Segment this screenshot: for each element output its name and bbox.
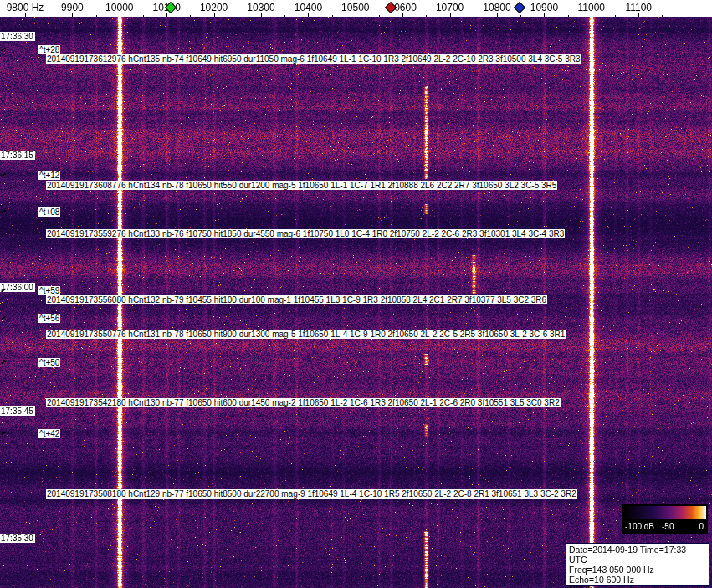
overlay-layer: 17:36:3017:36:1517:36:0017:35:4517:35:30… bbox=[0, 0, 712, 588]
detection-time-tag: ^t+28 bbox=[38, 45, 60, 54]
freq-minor-tick-mark bbox=[143, 15, 144, 17]
frequency-axis: 9800 Hz990010000101001020010300104001050… bbox=[0, 0, 712, 17]
detection-edge-tick bbox=[1, 47, 6, 51]
detection-data-line: 20140919173508180 hCnt129 nb-77 f10650 h… bbox=[46, 489, 577, 499]
freq-minor-tick-mark bbox=[284, 15, 285, 17]
freq-minor-tick-mark bbox=[379, 15, 380, 17]
freq-tick-label: 10900 bbox=[530, 2, 558, 13]
detection-edge-tick bbox=[1, 315, 6, 320]
freq-tick-label: 10800 bbox=[483, 2, 510, 13]
detection-data-line: 20140919173612976 hCnt135 nb-74 f10649 h… bbox=[46, 54, 581, 64]
time-axis-label: 17:35:30 bbox=[0, 534, 35, 543]
colorbar-label-min: -100 dB bbox=[625, 522, 654, 531]
freq-tick-mark bbox=[72, 13, 73, 17]
freq-tick-mark bbox=[544, 13, 545, 17]
detection-edge-tick bbox=[1, 431, 6, 435]
detection-data-line: 20140919173608776 hCnt134 nb-78 f10650 h… bbox=[46, 181, 557, 190]
spectrogram-display: 9800 Hz990010000101001020010300104001050… bbox=[0, 0, 712, 588]
detection-time-tag: ^t+42 bbox=[38, 429, 60, 438]
freq-minor-tick-mark bbox=[568, 15, 569, 17]
freq-tick-label: 10300 bbox=[247, 2, 274, 13]
info-frequency: Freq=143 050 000 Hz bbox=[569, 565, 706, 575]
freq-tick-mark bbox=[166, 13, 167, 17]
db-colorbar: -100 dB -50 0 bbox=[622, 504, 708, 534]
freq-minor-tick-mark bbox=[190, 15, 191, 17]
time-axis-label: 17:36:30 bbox=[0, 32, 35, 41]
freq-tick-label: 11100 bbox=[625, 2, 652, 13]
info-echo: Echo=10 600 Hz bbox=[569, 575, 706, 585]
freq-minor-tick-mark bbox=[96, 15, 97, 17]
detection-time-tag: ^t+56 bbox=[38, 314, 60, 323]
freq-tick-label: 9900 bbox=[61, 2, 84, 13]
freq-tick-mark bbox=[356, 13, 356, 17]
detection-data-line: 20140919173542180 hCnt130 nb-77 f10650 h… bbox=[46, 398, 561, 407]
status-info-box: Date=2014-09-19 Time=17:33 UTC Freq=143 … bbox=[566, 543, 709, 586]
freq-minor-tick-mark bbox=[332, 15, 333, 17]
freq-minor-tick-mark bbox=[615, 15, 616, 17]
blue-diamond-marker[interactable] bbox=[514, 2, 525, 13]
freq-tick-mark bbox=[592, 13, 592, 17]
time-axis-label: 17:36:15 bbox=[0, 151, 35, 160]
time-axis-label: 17:35:45 bbox=[0, 406, 35, 416]
freq-tick-label: 9800 Hz bbox=[7, 2, 44, 13]
freq-tick-label: 10500 bbox=[341, 2, 369, 13]
detection-time-tag: ^t+08 bbox=[38, 207, 60, 217]
detection-edge-tick bbox=[1, 209, 6, 213]
freq-tick-mark bbox=[308, 13, 309, 17]
freq-tick-mark bbox=[25, 13, 26, 17]
freq-minor-tick-mark bbox=[662, 15, 663, 17]
time-axis-label: 17:36:00 bbox=[0, 283, 35, 292]
detection-data-line: 20140919173559276 hCnt133 nb-76 f10750 h… bbox=[46, 229, 565, 238]
freq-tick-mark bbox=[450, 13, 451, 17]
colorbar-label-max: 0 bbox=[699, 522, 704, 531]
detection-time-tag: ^t+12 bbox=[38, 171, 60, 180]
colorbar-label-mid: -50 bbox=[662, 522, 674, 531]
freq-minor-tick-mark bbox=[238, 15, 238, 17]
colorbar-labels: -100 dB -50 0 bbox=[623, 522, 707, 532]
freq-tick-label: 10200 bbox=[200, 2, 228, 13]
freq-tick-label: 10400 bbox=[295, 2, 322, 13]
freq-minor-tick-mark bbox=[520, 15, 521, 17]
detection-data-line: 20140919173550776 hCnt131 nb-78 f10650 h… bbox=[46, 330, 566, 339]
detection-edge-tick bbox=[1, 360, 6, 364]
detection-time-tag: ^t+50 bbox=[38, 358, 60, 367]
detection-edge-tick bbox=[1, 172, 6, 176]
freq-minor-tick-mark bbox=[474, 15, 474, 17]
freq-tick-label: 10000 bbox=[105, 2, 133, 13]
freq-tick-mark bbox=[120, 13, 120, 17]
detection-time-tag: ^t+59 bbox=[38, 286, 60, 295]
freq-tick-label: 11000 bbox=[578, 2, 605, 13]
info-date-time: Date=2014-09-19 Time=17:33 UTC bbox=[569, 545, 706, 565]
freq-tick-mark bbox=[638, 13, 639, 17]
detection-data-line: 20140919173556080 hCnt132 nb-79 f10455 h… bbox=[46, 295, 547, 304]
freq-minor-tick-mark bbox=[49, 15, 49, 17]
info-station: HPHK bbox=[569, 585, 706, 588]
freq-tick-mark bbox=[402, 13, 403, 17]
freq-tick-label: 10700 bbox=[436, 2, 464, 13]
freq-tick-mark bbox=[261, 13, 262, 17]
freq-tick-mark bbox=[214, 13, 215, 17]
freq-tick-mark bbox=[497, 13, 498, 17]
freq-minor-tick-mark bbox=[426, 15, 427, 17]
colorbar-gradient bbox=[624, 506, 706, 519]
